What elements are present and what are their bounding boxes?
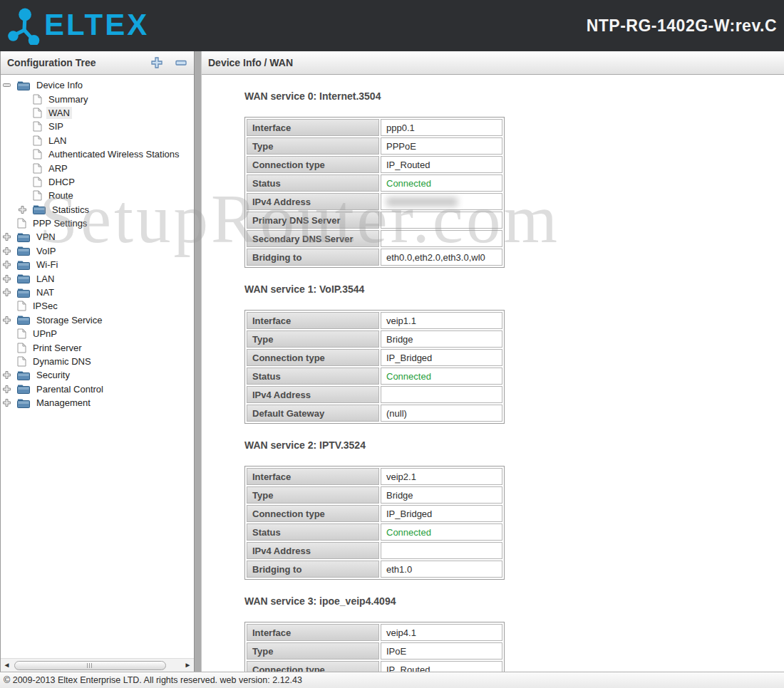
- field-value: IP_Routed: [381, 156, 502, 173]
- page-icon: [17, 356, 26, 367]
- tree-item-summary[interactable]: Summary: [1, 92, 194, 105]
- field-label: Type: [247, 642, 379, 660]
- tree-item-dynamic-dns[interactable]: Dynamic DNS: [1, 355, 194, 368]
- field-value: IP_Bridged: [381, 505, 502, 522]
- table-row: TypeIPoE: [247, 642, 502, 660]
- tree-item-label: PPP Settings: [31, 217, 89, 229]
- body-row: Configuration Tree Device InfoSummaryWAN…: [0, 51, 784, 672]
- expand-node-icon[interactable]: [3, 385, 17, 393]
- tree-item-authenticated-wireless-stations[interactable]: Authenticated Wireless Stations: [1, 147, 194, 161]
- tree-item-upnp[interactable]: UPnP: [1, 327, 194, 340]
- tree-item-lan[interactable]: LAN: [1, 134, 194, 147]
- tree-item-statistics[interactable]: Statistics: [1, 203, 194, 217]
- table-row: Connection typeIP_Bridged: [247, 349, 502, 366]
- expand-node-icon[interactable]: [19, 206, 33, 214]
- sidebar-horizontal-scrollbar[interactable]: ◄ ►: [1, 658, 194, 672]
- app-header: ELTEX NTP-RG-1402G-W:rev.C: [0, 0, 784, 51]
- wan-service-0-title: WAN service 0: Internet.3504: [244, 90, 784, 102]
- field-value: veip2.1: [381, 468, 502, 485]
- tree-item-wi-fi[interactable]: Wi-Fi: [1, 258, 194, 271]
- scrollbar-right-arrow[interactable]: ►: [184, 662, 192, 669]
- table-row: IPv4 Address: [247, 386, 502, 403]
- tree-item-dhcp[interactable]: DHCP: [1, 175, 194, 189]
- folder-icon: [17, 315, 30, 325]
- tree-item-print-server[interactable]: Print Server: [1, 340, 194, 354]
- tree-item-label: Authenticated Wireless Stations: [46, 148, 182, 160]
- field-label: Interface: [247, 624, 379, 641]
- expand-node-icon[interactable]: [3, 247, 17, 255]
- tree-item-sip[interactable]: SIP: [1, 120, 194, 133]
- table-row: Default Gateway(null): [247, 405, 502, 422]
- field-value: IPoE: [381, 642, 502, 660]
- wan-service-1-table: Interfaceveip1.1TypeBridgeConnection typ…: [244, 310, 505, 424]
- tree-item-arp[interactable]: ARP: [1, 161, 194, 174]
- field-label: Connection type: [247, 505, 379, 522]
- collapse-all-button[interactable]: [175, 56, 187, 69]
- tree-item-vpn[interactable]: VPN: [1, 230, 194, 244]
- tree-item-voip[interactable]: VoIP: [1, 244, 194, 258]
- expand-node-icon[interactable]: [3, 371, 17, 379]
- status-badge: Connected: [386, 527, 431, 538]
- copyright-text: © 2009-2013 Eltex Enterprise LTD. All ri…: [4, 675, 302, 685]
- folder-icon: [17, 80, 30, 90]
- field-label: IPv4 Address: [247, 542, 379, 559]
- tree-item-management[interactable]: Management: [1, 396, 194, 410]
- folder-icon: [17, 288, 30, 298]
- table-row: TypeBridge: [247, 486, 502, 504]
- wan-service-0-table: Interfaceppp0.1TypePPPoEConnection typeI…: [244, 117, 505, 268]
- tree-item-parental-control[interactable]: Parental Control: [1, 382, 194, 396]
- expand-node-icon[interactable]: [3, 261, 17, 269]
- tree-item-wan[interactable]: WAN: [1, 106, 194, 120]
- expand-node-icon[interactable]: [3, 288, 17, 296]
- tree-item-label: SIP: [46, 120, 66, 132]
- expand-node-icon[interactable]: [3, 275, 17, 283]
- expand-node-icon[interactable]: [3, 399, 17, 407]
- wan-service-3-title: WAN service 3: ipoe_veip4.4094: [244, 595, 784, 607]
- page-icon: [33, 177, 42, 187]
- expand-all-button[interactable]: [150, 56, 163, 69]
- tree-item-label: Summary: [46, 93, 91, 105]
- collapse-node-icon[interactable]: [3, 81, 17, 89]
- table-row: Bridging toeth0.0,eth2.0,eth3.0,wl0: [247, 249, 502, 266]
- tree-item-ipsec[interactable]: IPSec: [1, 299, 194, 313]
- tree-item-device-info[interactable]: Device Info: [1, 78, 194, 92]
- expand-node-icon[interactable]: [3, 316, 17, 324]
- minus-icon: [175, 60, 187, 66]
- folder-icon: [17, 370, 30, 380]
- folder-icon: [17, 398, 30, 408]
- tree-item-label: Route: [46, 189, 76, 202]
- eltex-logo: ELTEX: [7, 6, 149, 45]
- eltex-logo-text: ELTEX: [44, 10, 149, 40]
- tree-item-security[interactable]: Security: [1, 368, 194, 382]
- field-value: veip1.1: [381, 312, 502, 329]
- tree-item-label: DHCP: [46, 176, 77, 188]
- tree-item-lan[interactable]: LAN: [1, 271, 194, 285]
- table-row: Primary DNS Server: [247, 212, 502, 229]
- folder-icon: [17, 246, 30, 256]
- tree-item-ppp-settings[interactable]: PPP Settings: [1, 217, 194, 230]
- table-row: Interfaceveip2.1: [247, 468, 502, 485]
- page-icon: [17, 328, 26, 339]
- tree-item-label: Management: [34, 397, 93, 409]
- field-value: [381, 386, 502, 403]
- tree-item-label: WAN: [46, 107, 72, 119]
- scrollbar-thumb[interactable]: [14, 661, 166, 670]
- tree-item-nat[interactable]: NAT: [1, 286, 194, 299]
- tree-item-storage-service[interactable]: Storage Service: [1, 313, 194, 327]
- field-value: (null): [381, 405, 502, 422]
- expand-node-icon[interactable]: [3, 233, 17, 241]
- panel-splitter[interactable]: [194, 51, 202, 672]
- table-row: Secondary DNS Server: [247, 230, 502, 247]
- page-icon: [33, 108, 42, 118]
- tree-item-label: LAN: [34, 273, 56, 285]
- scrollbar-left-arrow[interactable]: ◄: [3, 662, 11, 669]
- configuration-tree-title: Configuration Tree: [7, 57, 96, 68]
- field-label: Bridging to: [247, 561, 379, 578]
- tree-item-route[interactable]: Route: [1, 189, 194, 202]
- tree-item-label: Dynamic DNS: [31, 355, 93, 368]
- tree-item-label: Storage Service: [34, 314, 105, 326]
- folder-icon: [33, 204, 46, 214]
- field-value: ppp0.1: [381, 119, 502, 136]
- field-value: [381, 193, 502, 210]
- scrollbar-grip: [87, 663, 93, 668]
